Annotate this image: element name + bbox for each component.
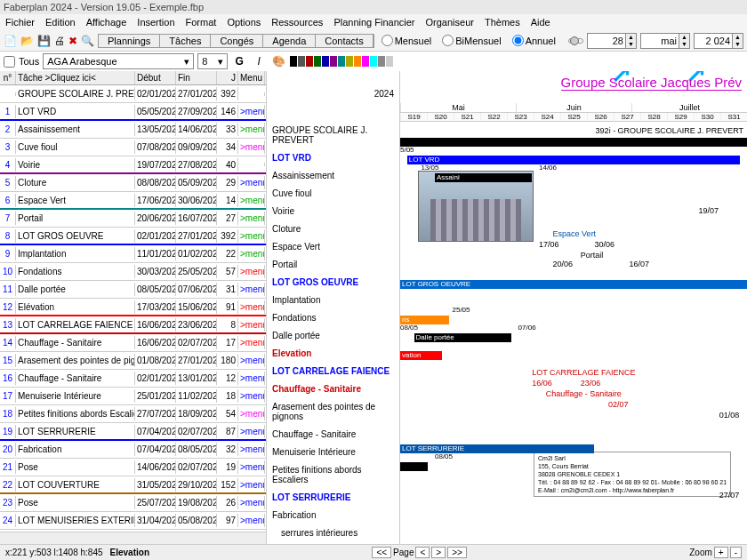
color-swatch[interactable] [362,56,369,67]
menu-planning-financier[interactable]: Planning Financier [333,17,414,28]
chevron-down-icon[interactable]: ▼ [679,41,689,48]
table-row[interactable]: 12Elévation17/03/202415/06/202491>menu< [0,299,266,316]
color-swatch[interactable] [378,56,385,67]
table-row[interactable]: 21Pose14/06/202402/07/202419>menu< [0,459,266,476]
day-spinner[interactable]: ▲▼ [587,33,637,49]
menu-link[interactable]: >menu< [238,247,265,260]
menu-link[interactable]: >menu< [238,265,265,278]
preview-icon[interactable]: 🔍 [81,33,94,49]
menu-link[interactable]: >menu< [238,496,265,509]
tab-plannings[interactable]: Plannings [99,35,160,47]
save-icon[interactable]: 💾 [37,33,51,49]
tab-agenda[interactable]: Agenda [263,35,316,47]
menu-link[interactable] [238,163,265,166]
tous-checkbox[interactable] [4,56,15,68]
table-row[interactable]: 23Pose25/07/202419/08/202426>menu< [0,494,266,512]
table-row[interactable]: 8LOT GROS OEUVRE02/01/202427/01/2025392>… [0,228,266,245]
col-menu[interactable]: Menu [238,71,265,84]
color-swatch[interactable] [346,56,353,67]
table-row[interactable]: 24LOT MENUISERIES EXTERIEU31/04/202405/0… [0,512,266,530]
gantt-bar[interactable]: LOT GROS OEUVRE [400,280,747,289]
page-first-button[interactable]: << [372,547,391,558]
col-debut[interactable]: Début [135,71,176,84]
month-input[interactable] [641,34,679,48]
color-swatch[interactable] [314,56,321,67]
menu-link[interactable]: >menu< [238,478,265,492]
italic-icon[interactable]: I [251,53,267,69]
menu-format[interactable]: Format [186,17,217,28]
menu-link[interactable]: >menu< [238,318,265,332]
size-select[interactable]: 8▾ [197,53,228,69]
color-swatch[interactable] [298,56,305,67]
radio-mensuel[interactable]: Mensuel [382,35,432,46]
menu-fichier[interactable]: Fichier [5,17,35,28]
table-row[interactable]: 6Espace Vert17/06/202430/06/202414>menu< [0,192,266,210]
page-next-button[interactable]: > [431,547,446,558]
menu-link[interactable]: >menu< [238,194,265,207]
menu-link[interactable]: >menu< [238,354,265,367]
color-swatch[interactable] [306,56,313,67]
color-swatch[interactable] [370,56,377,67]
col-n[interactable]: n° [0,71,16,84]
color-swatch[interactable] [330,56,337,67]
menu-link[interactable] [238,92,265,96]
menu-organiseur[interactable]: Organiseur [426,17,474,28]
gantt-bar[interactable] [400,138,747,147]
color-swatch[interactable] [322,56,329,67]
radio-annuel[interactable]: Annuel [512,35,556,46]
gantt-bar[interactable]: LOT VRD [407,156,740,164]
menu-ressources[interactable]: Ressources [271,17,323,28]
table-row[interactable]: 11Dalle portée08/05/202407/06/202431>men… [0,281,266,299]
color-swatch[interactable] [354,56,361,67]
year-spinner[interactable]: ▲▼ [694,33,743,49]
col-task[interactable]: Tâche >Cliquez ici< [16,71,135,84]
col-j[interactable]: J [217,71,238,84]
menu-link[interactable]: >menu< [238,176,265,189]
menu-link[interactable]: >menu< [238,140,265,154]
menu-link[interactable]: >menu< [238,212,265,225]
slider[interactable] [568,38,583,44]
menu-aide[interactable]: Aide [531,17,550,28]
page-last-button[interactable]: >> [447,547,467,558]
tab-taches[interactable]: Tâches [160,35,211,47]
table-row[interactable]: 4Voirie19/07/202427/08/202440 [0,156,266,174]
menu-link[interactable]: >menu< [238,283,265,296]
color-palette[interactable] [290,56,401,67]
menu-link[interactable]: >menu< [238,460,265,474]
year-input[interactable] [695,34,732,48]
chevron-up-icon[interactable]: ▲ [625,34,636,41]
menu-link[interactable]: >menu< [238,300,265,314]
print-icon[interactable]: 🖨 [54,33,65,49]
table-row[interactable]: 10Fondations30/03/202425/05/202457>menu< [0,263,266,281]
new-icon[interactable]: 📄 [4,33,17,49]
gantt-bar[interactable] [400,462,428,471]
delete-icon[interactable]: ✖ [68,33,77,49]
tab-contacts[interactable]: Contacts [316,35,373,47]
menu-link[interactable]: >menu< [238,123,265,136]
zoom-out-button[interactable]: - [730,547,742,558]
chevron-down-icon[interactable]: ▼ [625,41,636,48]
color-swatch[interactable] [338,56,345,67]
table-row[interactable]: 2Assainissement13/05/202414/06/202433>me… [0,121,266,139]
table-row[interactable]: 13LOT CARRELAGE FAIENCE16/06/202423/06/2… [0,316,266,334]
month-spinner[interactable]: ▲▼ [640,33,690,49]
gantt-area[interactable]: Cm2i Sarl 155, Cours Berriat 38028 GRENO… [400,124,747,544]
gantt-bar[interactable]: LOT SERRURERIE [400,444,594,453]
page-prev-button[interactable]: < [415,547,430,558]
gantt-bar[interactable]: Dalle portée [414,333,511,342]
table-row[interactable]: 20Fabrication07/04/202408/05/202432>menu… [0,441,266,459]
table-row[interactable]: 3Cuve fioul07/08/202409/09/202434>menu< [0,139,266,156]
menu-link[interactable]: >menu< [238,389,265,403]
menu-link[interactable]: >menu< [238,514,265,527]
table-row[interactable]: GROUPE SCOLAIRE J. PREVERT02/01/202427/0… [0,85,266,103]
table-row[interactable]: 1LOT VRD05/05/202427/09/2024146>menu< [0,103,266,121]
radio-bimensuel[interactable]: BiMensuel [442,35,501,46]
table-row[interactable]: 14Chauffage - Sanitaire16/06/202402/07/2… [0,334,266,352]
font-select[interactable]: AGA Arabesque▾ [43,53,194,69]
table-row[interactable]: 22LOT COUVERTURE31/05/202429/10/2024152>… [0,476,266,494]
col-fin[interactable]: Fin [176,71,217,84]
menu-link[interactable]: >menu< [238,425,265,438]
chevron-up-icon[interactable]: ▲ [679,34,689,41]
menu-affichage[interactable]: Affichage [86,17,127,28]
color-swatch[interactable] [386,56,393,67]
